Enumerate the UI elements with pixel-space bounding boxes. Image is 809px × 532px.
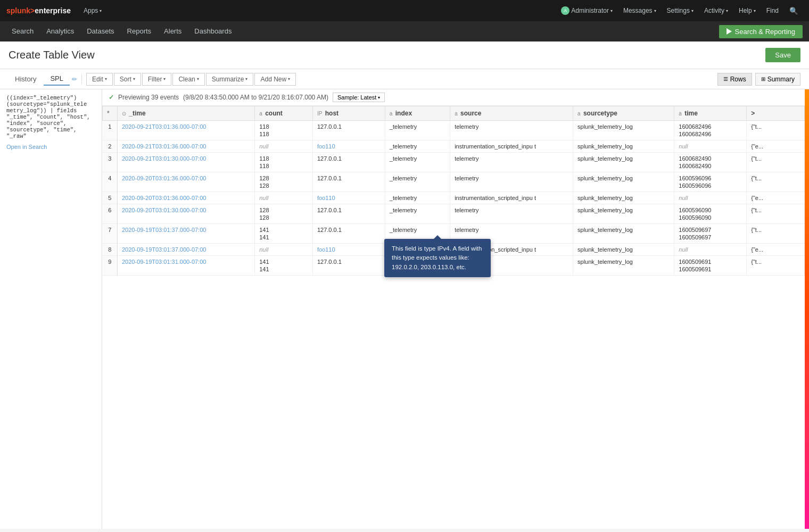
- timeval-type-icon: a: [679, 111, 682, 117]
- sort-dropdown-button[interactable]: Sort ▾: [114, 73, 141, 86]
- table-row: 22020-09-21T03:01:36.000-07:00nullfoo110…: [103, 140, 805, 153]
- col-timeval-header[interactable]: a time: [674, 106, 747, 121]
- row-sourcetype: splunk_telemetry_log: [573, 204, 674, 224]
- row-timeval: 16006824901600682490: [674, 153, 747, 172]
- row-source: instrumentation_scripted_inpu t: [450, 140, 573, 153]
- find-label: Find: [762, 5, 783, 16]
- row-source: telemetry: [450, 121, 573, 140]
- table-row: 12020-09-21T03:01:36.000-07:00118118127.…: [103, 121, 805, 140]
- status-check-icon: ✓: [109, 94, 114, 101]
- table-row: 62020-09-20T03:01:30.000-07:00128128127.…: [103, 204, 805, 224]
- find-search-button[interactable]: 🔍: [785, 5, 803, 17]
- right-edge-bar: [805, 89, 809, 529]
- table-row: 42020-09-20T03:01:36.000-07:00128128127.…: [103, 172, 805, 192]
- edit-dropdown-button[interactable]: Edit ▾: [86, 73, 113, 86]
- row-raw: {"e...: [747, 244, 805, 256]
- messages-caret-icon: ▾: [654, 9, 656, 13]
- splunk-logo: splunk>enterprise: [6, 6, 71, 15]
- administrator-button[interactable]: A Administrator ▾: [557, 4, 617, 17]
- index-col-label: index: [395, 110, 412, 117]
- clean-caret-icon: ▾: [197, 77, 199, 81]
- add-new-label: Add New: [260, 76, 286, 83]
- row-source: instrumentation_scripted_inpu t: [450, 192, 573, 204]
- rows-view-button[interactable]: ☰ Rows: [717, 73, 752, 86]
- col-sourcetype-header[interactable]: a sourcetype: [573, 106, 674, 121]
- dashboards-link[interactable]: Dashboards: [189, 23, 237, 40]
- filter-label: Filter: [148, 76, 162, 83]
- sourcetype-type-icon: a: [577, 111, 581, 117]
- row-host: foo110: [312, 192, 385, 204]
- tooltip-text: This field is type IPv4. A field with th…: [392, 245, 482, 270]
- activity-label: Activity: [704, 7, 724, 14]
- clean-label: Clean: [178, 76, 195, 83]
- second-nav-right: Search & Reporting: [719, 25, 803, 38]
- col-count-header[interactable]: a count: [255, 106, 313, 121]
- row-source: telemetry: [450, 172, 573, 192]
- col-asterisk: *: [103, 106, 118, 121]
- filter-dropdown-button[interactable]: Filter ▾: [142, 73, 172, 86]
- summarize-dropdown-button[interactable]: Summarize ▾: [206, 73, 254, 86]
- summary-view-button[interactable]: ⊞ Summary: [755, 73, 800, 86]
- sample-button[interactable]: Sample: Latest ▾: [333, 93, 385, 102]
- row-timeval: null: [674, 140, 747, 153]
- table-wrapper: * ⊙ _time a count IP host: [102, 106, 805, 529]
- help-label: Help: [739, 7, 752, 14]
- date-range-label: (9/8/20 8:43:50.000 AM to 9/21/20 8:16:0…: [183, 94, 328, 101]
- activity-button[interactable]: Activity ▾: [700, 5, 732, 16]
- row-number: 3: [103, 153, 118, 172]
- reports-link[interactable]: Reports: [122, 23, 157, 40]
- col-source-header[interactable]: a source: [450, 106, 573, 121]
- spl-tab[interactable]: SPL: [44, 72, 70, 86]
- table-row: 32020-09-21T03:01:30.000-07:00118118127.…: [103, 153, 805, 172]
- datasets-link[interactable]: Datasets: [81, 23, 119, 40]
- activity-caret-icon: ▾: [726, 9, 728, 13]
- sample-label: Sample: Latest: [337, 94, 376, 101]
- row-time: 2020-09-20T03:01:30.000-07:00: [118, 204, 255, 224]
- settings-button[interactable]: Settings ▾: [663, 5, 698, 16]
- content-area: ✓ Previewing 39 events (9/8/20 8:43:50.0…: [102, 89, 805, 529]
- time-type-icon: ⊙: [122, 111, 126, 117]
- row-count: null: [255, 244, 313, 256]
- spl-code: ((index="_telemetry") (sourcetype="splun…: [6, 95, 95, 139]
- row-count: 128128: [255, 204, 313, 224]
- row-time: 2020-09-20T03:01:36.000-07:00: [118, 192, 255, 204]
- row-source: telemetry: [450, 153, 573, 172]
- row-time: 2020-09-21T03:01:30.000-07:00: [118, 153, 255, 172]
- sample-caret-icon: ▾: [378, 95, 380, 100]
- row-sourcetype: splunk_telemetry_log: [573, 140, 674, 153]
- row-timeval: null: [674, 244, 747, 256]
- col-host-header[interactable]: IP host: [312, 106, 385, 121]
- add-new-caret-icon: ▾: [288, 77, 290, 81]
- row-count: 141141: [255, 256, 313, 276]
- settings-label: Settings: [667, 7, 690, 14]
- search-reporting-button[interactable]: Search & Reporting: [719, 25, 803, 38]
- analytics-link[interactable]: Analytics: [41, 23, 79, 40]
- row-host: foo110: [312, 244, 385, 256]
- col-time-header[interactable]: ⊙ _time: [118, 106, 255, 121]
- row-sourcetype: splunk_telemetry_log: [573, 121, 674, 140]
- save-button[interactable]: Save: [765, 48, 800, 62]
- clean-dropdown-button[interactable]: Clean ▾: [172, 73, 204, 86]
- col-index-header[interactable]: a index: [385, 106, 450, 121]
- user-avatar: A: [561, 6, 569, 15]
- row-count: 128128: [255, 172, 313, 192]
- row-count: 118118: [255, 121, 313, 140]
- alerts-link[interactable]: Alerts: [159, 23, 187, 40]
- search-link[interactable]: Search: [6, 23, 39, 40]
- open-in-search-link[interactable]: Open in Search: [6, 144, 95, 150]
- col-raw-header[interactable]: >: [747, 106, 805, 121]
- messages-button[interactable]: Messages ▾: [619, 5, 661, 16]
- admin-caret-icon: ▾: [610, 9, 613, 13]
- timeval-col-label: time: [684, 110, 698, 117]
- row-count: null: [255, 140, 313, 153]
- history-tab[interactable]: History: [9, 73, 43, 85]
- help-button[interactable]: Help ▾: [734, 5, 760, 16]
- edit-pencil-icon[interactable]: ✏: [72, 76, 77, 83]
- source-col-label: source: [460, 110, 481, 117]
- add-new-dropdown-button[interactable]: Add New ▾: [254, 73, 296, 86]
- row-number: 1: [103, 121, 118, 140]
- row-sourcetype: splunk_telemetry_log: [573, 256, 674, 276]
- row-count: 118118: [255, 153, 313, 172]
- row-raw: {"t...: [747, 224, 805, 244]
- apps-button[interactable]: Apps ▾: [79, 5, 106, 16]
